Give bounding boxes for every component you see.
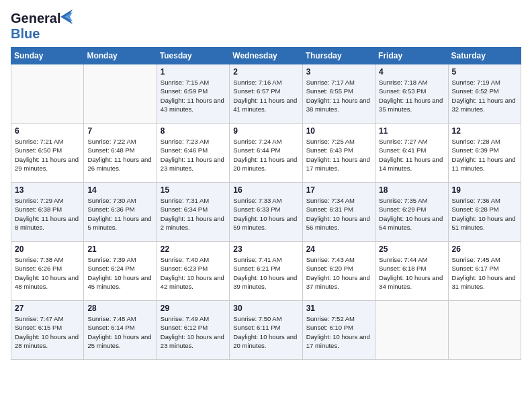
calendar-table: SundayMondayTuesdayWednesdayThursdayFrid… [11,47,521,360]
day-number: 25 [379,244,444,254]
day-info: Sunrise: 7:41 AMSunset: 6:21 PMDaylight:… [233,255,298,291]
day-number: 10 [306,126,371,136]
logo-general: General [11,11,60,26]
logo-bird [60,9,73,24]
day-number: 3 [306,67,371,77]
header-row: SundayMondayTuesdayWednesdayThursdayFrid… [11,48,521,64]
day-cell: 31Sunrise: 7:52 AMSunset: 6:10 PMDayligh… [302,301,375,360]
day-info: Sunrise: 7:16 AMSunset: 6:57 PMDaylight:… [233,78,298,113]
day-number: 11 [379,126,444,136]
day-number: 7 [87,126,152,136]
col-header-tuesday: Tuesday [157,48,229,64]
day-cell: 20Sunrise: 7:38 AMSunset: 6:26 PMDayligh… [11,242,84,301]
day-cell [448,301,521,360]
day-number: 28 [87,304,152,313]
day-number: 8 [161,126,226,136]
day-cell: 26Sunrise: 7:45 AMSunset: 6:17 PMDayligh… [448,242,521,301]
day-number: 5 [452,67,517,77]
day-info: Sunrise: 7:38 AMSunset: 6:26 PMDaylight:… [15,255,80,291]
day-info: Sunrise: 7:24 AMSunset: 6:44 PMDaylight:… [233,137,298,173]
day-cell: 15Sunrise: 7:31 AMSunset: 6:34 PMDayligh… [157,183,229,242]
day-info: Sunrise: 7:48 AMSunset: 6:14 PMDaylight:… [87,314,152,350]
day-number: 6 [15,126,80,136]
day-number: 4 [379,67,444,77]
day-info: Sunrise: 7:50 AMSunset: 6:11 PMDaylight:… [233,314,298,350]
day-cell: 11Sunrise: 7:27 AMSunset: 6:41 PMDayligh… [375,124,448,183]
day-cell: 18Sunrise: 7:35 AMSunset: 6:29 PMDayligh… [375,183,448,242]
col-header-saturday: Saturday [448,48,521,64]
day-info: Sunrise: 7:43 AMSunset: 6:20 PMDaylight:… [306,255,371,291]
day-info: Sunrise: 7:15 AMSunset: 6:59 PMDaylight:… [161,78,226,113]
day-cell: 25Sunrise: 7:44 AMSunset: 6:18 PMDayligh… [375,242,448,301]
day-cell: 2Sunrise: 7:16 AMSunset: 6:57 PMDaylight… [230,64,302,124]
day-cell: 24Sunrise: 7:43 AMSunset: 6:20 PMDayligh… [302,242,375,301]
day-cell: 17Sunrise: 7:34 AMSunset: 6:31 PMDayligh… [302,183,375,242]
week-row-3: 13Sunrise: 7:29 AMSunset: 6:38 PMDayligh… [11,183,521,242]
day-info: Sunrise: 7:28 AMSunset: 6:39 PMDaylight:… [452,137,517,173]
day-info: Sunrise: 7:33 AMSunset: 6:33 PMDaylight:… [233,196,298,232]
day-number: 13 [15,185,80,195]
day-cell [375,301,448,360]
day-number: 2 [233,67,298,77]
day-info: Sunrise: 7:49 AMSunset: 6:12 PMDaylight:… [161,314,226,350]
week-row-2: 6Sunrise: 7:21 AMSunset: 6:50 PMDaylight… [11,124,521,183]
day-cell: 5Sunrise: 7:19 AMSunset: 6:52 PMDaylight… [448,64,521,124]
day-number: 19 [452,185,517,195]
day-number: 1 [161,67,226,77]
day-number: 21 [87,244,152,254]
day-info: Sunrise: 7:34 AMSunset: 6:31 PMDaylight:… [306,196,371,232]
day-cell: 21Sunrise: 7:39 AMSunset: 6:24 PMDayligh… [84,242,157,301]
day-number: 12 [452,126,517,136]
day-cell: 14Sunrise: 7:30 AMSunset: 6:36 PMDayligh… [84,183,157,242]
col-header-monday: Monday [84,48,157,64]
day-cell: 16Sunrise: 7:33 AMSunset: 6:33 PMDayligh… [230,183,302,242]
day-info: Sunrise: 7:35 AMSunset: 6:29 PMDaylight:… [379,196,444,232]
day-cell: 28Sunrise: 7:48 AMSunset: 6:14 PMDayligh… [84,301,157,360]
day-info: Sunrise: 7:23 AMSunset: 6:46 PMDaylight:… [161,137,226,173]
day-cell: 8Sunrise: 7:23 AMSunset: 6:46 PMDaylight… [157,124,229,183]
day-info: Sunrise: 7:44 AMSunset: 6:18 PMDaylight:… [379,255,444,291]
day-info: Sunrise: 7:39 AMSunset: 6:24 PMDaylight:… [87,255,152,291]
day-cell: 12Sunrise: 7:28 AMSunset: 6:39 PMDayligh… [448,124,521,183]
day-number: 27 [15,304,80,313]
day-cell: 4Sunrise: 7:18 AMSunset: 6:53 PMDaylight… [375,64,448,124]
day-cell: 13Sunrise: 7:29 AMSunset: 6:38 PMDayligh… [11,183,84,242]
day-number: 29 [161,304,226,313]
day-number: 14 [87,185,152,195]
day-info: Sunrise: 7:45 AMSunset: 6:17 PMDaylight:… [452,255,517,291]
day-number: 9 [233,126,298,136]
day-info: Sunrise: 7:40 AMSunset: 6:23 PMDaylight:… [161,255,226,291]
day-number: 26 [452,244,517,254]
day-info: Sunrise: 7:31 AMSunset: 6:34 PMDaylight:… [161,196,226,232]
day-cell: 29Sunrise: 7:49 AMSunset: 6:12 PMDayligh… [157,301,229,360]
day-cell [11,64,84,124]
day-cell: 3Sunrise: 7:17 AMSunset: 6:55 PMDaylight… [302,64,375,124]
day-number: 22 [161,244,226,254]
day-info: Sunrise: 7:22 AMSunset: 6:48 PMDaylight:… [87,137,152,173]
day-info: Sunrise: 7:18 AMSunset: 6:53 PMDaylight:… [379,78,444,113]
day-info: Sunrise: 7:27 AMSunset: 6:41 PMDaylight:… [379,137,444,173]
day-info: Sunrise: 7:30 AMSunset: 6:36 PMDaylight:… [87,196,152,232]
day-info: Sunrise: 7:25 AMSunset: 6:43 PMDaylight:… [306,137,371,173]
day-cell: 7Sunrise: 7:22 AMSunset: 6:48 PMDaylight… [84,124,157,183]
day-cell: 30Sunrise: 7:50 AMSunset: 6:11 PMDayligh… [230,301,302,360]
logo-blue: Blue [11,26,40,41]
logo: General Blue [11,11,60,42]
day-cell: 10Sunrise: 7:25 AMSunset: 6:43 PMDayligh… [302,124,375,183]
day-cell: 1Sunrise: 7:15 AMSunset: 6:59 PMDaylight… [157,64,229,124]
col-header-friday: Friday [375,48,448,64]
day-cell: 9Sunrise: 7:24 AMSunset: 6:44 PMDaylight… [230,124,302,183]
page-header: General Blue [11,11,521,42]
day-number: 24 [306,244,371,254]
day-cell: 6Sunrise: 7:21 AMSunset: 6:50 PMDaylight… [11,124,84,183]
day-number: 17 [306,185,371,195]
col-header-thursday: Thursday [302,48,375,64]
day-info: Sunrise: 7:36 AMSunset: 6:28 PMDaylight:… [452,196,517,232]
day-cell: 22Sunrise: 7:40 AMSunset: 6:23 PMDayligh… [157,242,229,301]
day-number: 23 [233,244,298,254]
day-info: Sunrise: 7:29 AMSunset: 6:38 PMDaylight:… [15,196,80,232]
day-number: 18 [379,185,444,195]
day-info: Sunrise: 7:19 AMSunset: 6:52 PMDaylight:… [452,78,517,113]
day-cell: 19Sunrise: 7:36 AMSunset: 6:28 PMDayligh… [448,183,521,242]
day-info: Sunrise: 7:52 AMSunset: 6:10 PMDaylight:… [306,314,371,350]
